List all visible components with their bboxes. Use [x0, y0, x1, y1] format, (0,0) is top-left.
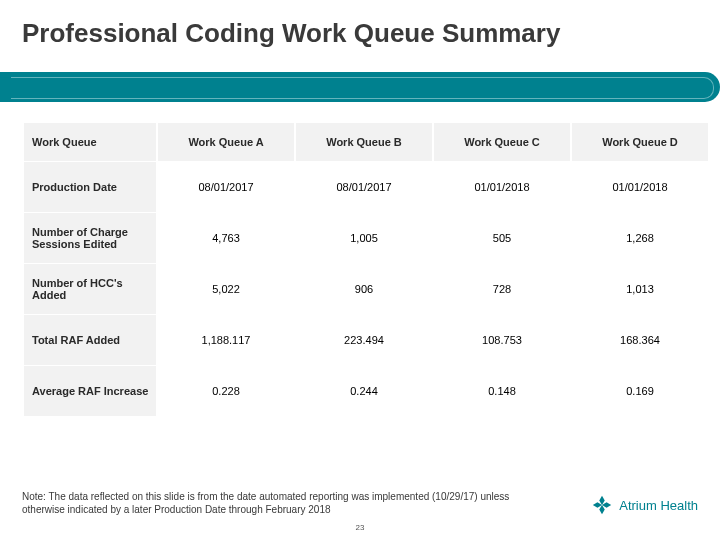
- header-accent-bar: [0, 72, 720, 102]
- cell: 08/01/2017: [296, 162, 432, 212]
- cell: 4,763: [158, 213, 294, 263]
- table-header-row: Work Queue Work Queue A Work Queue B Wor…: [24, 123, 708, 161]
- cell: 728: [434, 264, 570, 314]
- cell: 5,022: [158, 264, 294, 314]
- page-title: Professional Coding Work Queue Summary: [22, 18, 698, 49]
- footnote: Note: The data reflected on this slide i…: [22, 491, 522, 516]
- col-header: Work Queue A: [158, 123, 294, 161]
- cell: 906: [296, 264, 432, 314]
- cell: 1,188.117: [158, 315, 294, 365]
- table-row: Average RAF Increase 0.228 0.244 0.148 0…: [24, 366, 708, 416]
- cell: 0.169: [572, 366, 708, 416]
- col-header: Work Queue C: [434, 123, 570, 161]
- cell: 1,013: [572, 264, 708, 314]
- row-label: Number of Charge Sessions Edited: [24, 213, 156, 263]
- cell: 01/01/2018: [572, 162, 708, 212]
- cell: 0.148: [434, 366, 570, 416]
- brand-logo: Atrium Health: [591, 494, 698, 516]
- table-row: Total RAF Added 1,188.117 223.494 108.75…: [24, 315, 708, 365]
- row-label: Average RAF Increase: [24, 366, 156, 416]
- cell: 223.494: [296, 315, 432, 365]
- table-row: Number of HCC's Added 5,022 906 728 1,01…: [24, 264, 708, 314]
- atrium-logo-icon: [591, 494, 613, 516]
- cell: 1,268: [572, 213, 708, 263]
- cell: 108.753: [434, 315, 570, 365]
- table-row: Number of Charge Sessions Edited 4,763 1…: [24, 213, 708, 263]
- row-label: Production Date: [24, 162, 156, 212]
- row-label: Total RAF Added: [24, 315, 156, 365]
- corner-header: Work Queue: [24, 123, 156, 161]
- col-header: Work Queue B: [296, 123, 432, 161]
- cell: 08/01/2017: [158, 162, 294, 212]
- cell: 505: [434, 213, 570, 263]
- cell: 01/01/2018: [434, 162, 570, 212]
- cell: 0.228: [158, 366, 294, 416]
- cell: 168.364: [572, 315, 708, 365]
- brand-name: Atrium Health: [619, 498, 698, 513]
- row-label: Number of HCC's Added: [24, 264, 156, 314]
- table-row: Production Date 08/01/2017 08/01/2017 01…: [24, 162, 708, 212]
- cell: 1,005: [296, 213, 432, 263]
- col-header: Work Queue D: [572, 123, 708, 161]
- summary-table: Work Queue Work Queue A Work Queue B Wor…: [22, 122, 710, 417]
- cell: 0.244: [296, 366, 432, 416]
- page-number: 23: [0, 523, 720, 532]
